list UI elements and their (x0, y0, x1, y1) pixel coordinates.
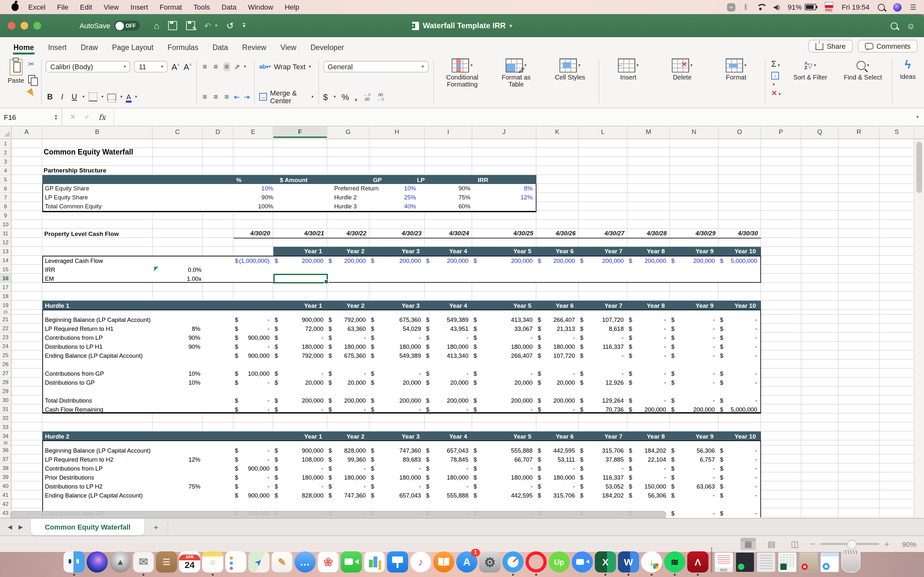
dock-photos-icon[interactable]: ❀ (318, 551, 339, 572)
dock-item[interactable] (63, 551, 85, 576)
date-cell[interactable]: 4/30/22 (327, 230, 370, 236)
money-cell[interactable]: $- (718, 456, 760, 463)
row-header-1[interactable]: 1 (0, 139, 11, 148)
leveraged-cashflow-row[interactable]: Leveraged Cash Flow $(1,000,000)$200,000… (43, 256, 760, 266)
column-header-S[interactable]: S (880, 126, 914, 138)
row-header-4[interactable]: 4 (0, 166, 11, 175)
column-header-B[interactable]: B (42, 126, 153, 138)
money-cell[interactable]: $129,264 (578, 398, 627, 404)
dock-minimized-excel-window[interactable] (778, 552, 797, 572)
table-row[interactable]: Beginning Balance (LP Capital Account) $… (43, 446, 760, 455)
row-header-40[interactable]: 40 (0, 482, 11, 490)
menu-bar-clock[interactable]: Fri 19:54 (842, 3, 869, 11)
active-cell-F16[interactable] (273, 274, 328, 284)
money-cell[interactable]: $200,000 (536, 258, 578, 264)
money-cell[interactable]: $- (718, 380, 760, 386)
dock-reminders-icon[interactable] (225, 551, 246, 572)
row-header-33[interactable]: 33 (0, 422, 11, 432)
vertical-scrollbar-track[interactable] (914, 139, 924, 518)
autosave-control[interactable]: AutoSave OFF (79, 21, 140, 31)
table-row[interactable]: Total Distributions $-$200,000$200,000$2… (43, 396, 760, 405)
italic-button[interactable]: I (58, 92, 66, 101)
money-cell[interactable]: $- (627, 317, 669, 323)
money-cell[interactable]: $5,000,000 (718, 406, 760, 413)
money-cell[interactable]: $- (326, 466, 369, 472)
dock-minimized-spotify-window[interactable] (735, 552, 754, 572)
money-cell[interactable]: $900,000 (233, 353, 273, 359)
font-name-select[interactable]: Calibri (Body)▾ (46, 61, 131, 73)
money-cell[interactable]: $- (627, 343, 669, 350)
table-row[interactable]: Distributions to GP 10% $-$20,000$20,000… (43, 378, 760, 387)
money-cell[interactable]: $- (273, 406, 326, 413)
money-cell[interactable]: $- (233, 448, 273, 454)
add-sheet-button[interactable]: + (145, 522, 168, 532)
dock-ms-installer-icon[interactable]: ↓ (641, 551, 662, 572)
dock-item[interactable] (710, 547, 712, 576)
money-cell[interactable]: $200,000 (627, 406, 669, 413)
row-header-10[interactable]: 10 (0, 220, 11, 229)
formula-bar-expand-icon[interactable]: ▾ (911, 108, 924, 126)
dock-notes-icon[interactable]: ≡ (202, 551, 223, 572)
ideas-button[interactable]: ϟ Ideas (897, 58, 919, 81)
document-title-text[interactable]: Waterfall Template IRR (423, 21, 506, 30)
row-header-43[interactable]: 43 (0, 508, 11, 517)
money-cell[interactable]: $20,000 (273, 380, 326, 386)
money-cell[interactable]: $- (233, 398, 273, 404)
notification-center-icon[interactable]: ☰ (910, 3, 916, 11)
wifi-icon[interactable] (756, 3, 765, 11)
row-header-16[interactable]: 16 (0, 274, 11, 283)
dock-item[interactable] (341, 551, 362, 576)
money-cell[interactable]: $200,000 (472, 398, 536, 404)
undo-icon[interactable]: ↶ (204, 21, 211, 31)
formula-input[interactable] (114, 108, 911, 126)
ribbon-tab[interactable]: Draw (73, 40, 105, 55)
row-header-18[interactable]: 18 (0, 292, 11, 301)
underline-button[interactable]: U (70, 92, 79, 101)
menu-item[interactable]: View (98, 3, 124, 11)
minimize-window-button[interactable] (21, 22, 28, 29)
money-cell[interactable]: $900,000 (233, 335, 273, 341)
money-cell[interactable]: $- (536, 335, 578, 341)
money-cell[interactable]: $184,202 (627, 448, 669, 454)
dock-acrobat-icon[interactable]: Λ (687, 551, 708, 572)
dock-keynote-icon[interactable] (387, 551, 408, 572)
money-cell[interactable]: $200,000 (369, 258, 424, 264)
dock-word-icon[interactable]: W (618, 551, 639, 572)
decrease-decimal-button[interactable]: ←.0.00 (363, 92, 371, 101)
money-cell[interactable]: $150,000 (627, 484, 669, 490)
row-header-22[interactable]: 22 (0, 324, 11, 333)
table-row[interactable]: Contributions from LP $900,000$-$-$-$-$-… (43, 464, 760, 473)
money-cell[interactable]: $266,407 (472, 353, 536, 359)
money-cell[interactable]: $- (669, 353, 718, 359)
money-cell[interactable]: $180,000 (472, 343, 536, 350)
money-cell[interactable]: $675,360 (326, 353, 369, 359)
money-cell[interactable]: $- (424, 335, 472, 341)
money-cell[interactable]: $- (627, 326, 669, 332)
table-row[interactable]: Cash Flow Remaining $-$-$-$-$-$-$-$70,73… (43, 405, 760, 414)
font-color-button[interactable]: A (126, 93, 131, 100)
money-cell[interactable]: $5,000,000 (718, 258, 760, 264)
money-cell[interactable]: $180,000 (424, 474, 472, 481)
money-cell[interactable]: $20,000 (326, 380, 369, 386)
money-cell[interactable]: $555,888 (424, 492, 472, 499)
money-cell[interactable]: $- (326, 484, 369, 490)
dock-item[interactable]: ↓ (641, 551, 662, 576)
wrap-text-button[interactable]: ab↩Wrap Text▾ (259, 59, 311, 74)
dock-item[interactable] (387, 551, 408, 576)
money-cell[interactable]: $549,389 (369, 353, 424, 359)
money-cell[interactable]: $792,000 (273, 353, 326, 359)
money-cell[interactable]: $900,000 (273, 448, 326, 454)
merge-center-button[interactable]: ↔Merge & Center▾ (259, 89, 314, 105)
money-cell[interactable]: $549,389 (424, 317, 472, 323)
date-cell[interactable]: 4/30/27 (579, 230, 628, 236)
money-cell[interactable]: $- (718, 335, 760, 341)
money-cell[interactable]: $53,052 (578, 484, 627, 490)
cell-styles-button[interactable]: ▾ Cell Styles (546, 58, 594, 81)
dock-item[interactable] (225, 551, 246, 576)
dock-facetime-icon[interactable] (341, 551, 362, 572)
dock-music-icon[interactable]: ♪ (410, 551, 431, 572)
row-header-42[interactable]: 42 (0, 500, 11, 508)
save-icon[interactable] (168, 21, 177, 30)
partnership-row[interactable]: LP Equity Share 90% Hurdle 2 25% 75% 12% (43, 193, 536, 202)
em-row[interactable]: EM 1.00x (43, 274, 760, 284)
